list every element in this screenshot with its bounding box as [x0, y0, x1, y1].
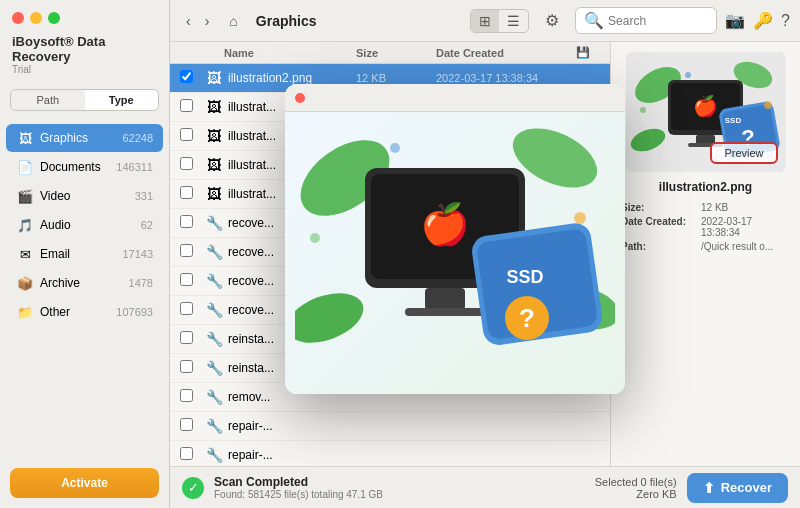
selected-info: Selected 0 file(s) Zero KB	[595, 476, 677, 500]
popup-image: 🍎 SSD ?	[295, 118, 615, 388]
popup-titlebar	[285, 84, 625, 112]
svg-text:SSD: SSD	[725, 116, 742, 125]
file-type-icon: 🔧	[204, 416, 224, 436]
search-input[interactable]	[608, 14, 708, 28]
file-type-icon: 🔧	[204, 445, 224, 465]
file-type-icon: 🖼	[204, 68, 224, 88]
preview-button[interactable]: Preview	[710, 142, 777, 164]
email-icon: ✉	[16, 245, 34, 263]
header-size: Size	[356, 47, 436, 59]
tab-path[interactable]: Path	[11, 90, 85, 110]
row-checkbox[interactable]	[180, 215, 204, 231]
back-button[interactable]: ‹	[180, 10, 197, 32]
row-checkbox[interactable]	[180, 99, 204, 115]
maximize-button[interactable]	[48, 12, 60, 24]
preview-filename: illustration2.png	[659, 180, 752, 194]
file-size: 12 KB	[356, 72, 436, 84]
scan-detail: Found: 581425 file(s) totaling 47.1 GB	[214, 489, 585, 500]
preview-popup[interactable]: 🍎 SSD ?	[285, 84, 625, 394]
file-type-icon: 🔧	[204, 213, 224, 233]
row-checkbox[interactable]	[180, 128, 204, 144]
forward-button[interactable]: ›	[199, 10, 216, 32]
info-button[interactable]: 🔑	[753, 11, 773, 30]
preview-panel: 🍎 ? SSD Preview	[610, 42, 800, 466]
row-checkbox[interactable]	[180, 360, 204, 376]
email-count: 17143	[122, 248, 153, 260]
svg-point-13	[764, 101, 772, 109]
meta-path-label: Path:	[621, 241, 701, 252]
row-checkbox[interactable]	[180, 157, 204, 173]
file-name: repair-...	[228, 419, 356, 433]
close-button[interactable]	[12, 12, 24, 24]
grid-view-button[interactable]: ⊞	[471, 10, 499, 32]
popup-content: 🍎 SSD ?	[285, 112, 625, 394]
toolbar: ‹ › ⌂ Graphics ⊞ ☰ ⚙ 🔍 📷 🔑 ?	[170, 0, 800, 42]
row-checkbox[interactable]	[180, 331, 204, 347]
table-row[interactable]: 🔧 repair-...	[170, 441, 610, 466]
other-label: Other	[40, 305, 116, 319]
sidebar: iBoysoft® Data Recovery Trial Path Type …	[0, 0, 170, 508]
file-type-icon: 🔧	[204, 242, 224, 262]
row-checkbox[interactable]	[180, 447, 204, 463]
header-save: 💾	[576, 46, 600, 59]
app-subtitle: Trial	[12, 64, 157, 75]
activate-button[interactable]: Activate	[10, 468, 159, 498]
row-checkbox[interactable]	[180, 273, 204, 289]
file-name: repair-...	[228, 448, 356, 462]
documents-icon: 📄	[16, 158, 34, 176]
graphics-icon: 🖼	[16, 129, 34, 147]
toolbar-title: Graphics	[256, 13, 317, 29]
meta-size-row: Size: 12 KB	[621, 202, 790, 213]
search-box: 🔍	[575, 7, 717, 34]
selected-size: Zero KB	[595, 488, 677, 500]
svg-point-2	[628, 124, 668, 155]
tab-type[interactable]: Type	[85, 90, 159, 110]
minimize-button[interactable]	[30, 12, 42, 24]
video-count: 331	[135, 190, 153, 202]
row-checkbox[interactable]	[180, 389, 204, 405]
sidebar-item-archive[interactable]: 📦 Archive 1478	[6, 269, 163, 297]
audio-icon: 🎵	[16, 216, 34, 234]
recover-button[interactable]: ⬆ Recover	[687, 473, 788, 503]
table-row[interactable]: 🔧 repair-...	[170, 412, 610, 441]
video-label: Video	[40, 189, 135, 203]
sidebar-item-email[interactable]: ✉ Email 17143	[6, 240, 163, 268]
file-type-icon: 🖼	[204, 155, 224, 175]
list-view-button[interactable]: ☰	[499, 10, 528, 32]
documents-label: Documents	[40, 160, 116, 174]
sidebar-header: iBoysoft® Data Recovery Trial	[0, 0, 169, 81]
row-checkbox[interactable]	[180, 302, 204, 318]
row-checkbox[interactable]	[180, 418, 204, 434]
svg-point-17	[295, 284, 370, 353]
sidebar-item-graphics[interactable]: 🖼 Graphics 62248	[6, 124, 163, 152]
archive-label: Archive	[40, 276, 129, 290]
filter-button[interactable]: ⚙	[537, 8, 567, 33]
tab-switcher: Path Type	[10, 89, 159, 111]
svg-text:🍎: 🍎	[420, 200, 470, 248]
row-checkbox[interactable]	[180, 70, 204, 86]
header-date: Date Created	[436, 47, 576, 59]
svg-point-12	[685, 72, 691, 78]
sidebar-item-video[interactable]: 🎬 Video 331	[6, 182, 163, 210]
meta-path-value: /Quick result o...	[701, 241, 773, 252]
other-count: 107693	[116, 306, 153, 318]
sidebar-item-audio[interactable]: 🎵 Audio 62	[6, 211, 163, 239]
row-checkbox[interactable]	[180, 186, 204, 202]
row-checkbox[interactable]	[180, 244, 204, 260]
sidebar-item-other[interactable]: 📁 Other 107693	[6, 298, 163, 326]
header-name: Name	[224, 47, 356, 59]
help-button[interactable]: ?	[781, 12, 790, 30]
view-toggle: ⊞ ☰	[470, 9, 529, 33]
popup-close-button[interactable]	[295, 93, 305, 103]
recover-label: Recover	[721, 480, 772, 495]
email-label: Email	[40, 247, 122, 261]
scan-complete-icon: ✓	[182, 477, 204, 499]
toolbar-nav: ‹ ›	[180, 10, 215, 32]
home-button[interactable]: ⌂	[223, 10, 243, 32]
selected-files: Selected 0 file(s)	[595, 476, 677, 488]
camera-button[interactable]: 📷	[725, 11, 745, 30]
sidebar-item-documents[interactable]: 📄 Documents 146311	[6, 153, 163, 181]
svg-text:?: ?	[519, 303, 535, 333]
preview-meta: Size: 12 KB Date Created: 2022-03-17 13:…	[621, 202, 790, 255]
file-date: 2022-03-17 13:38:34	[436, 72, 576, 84]
